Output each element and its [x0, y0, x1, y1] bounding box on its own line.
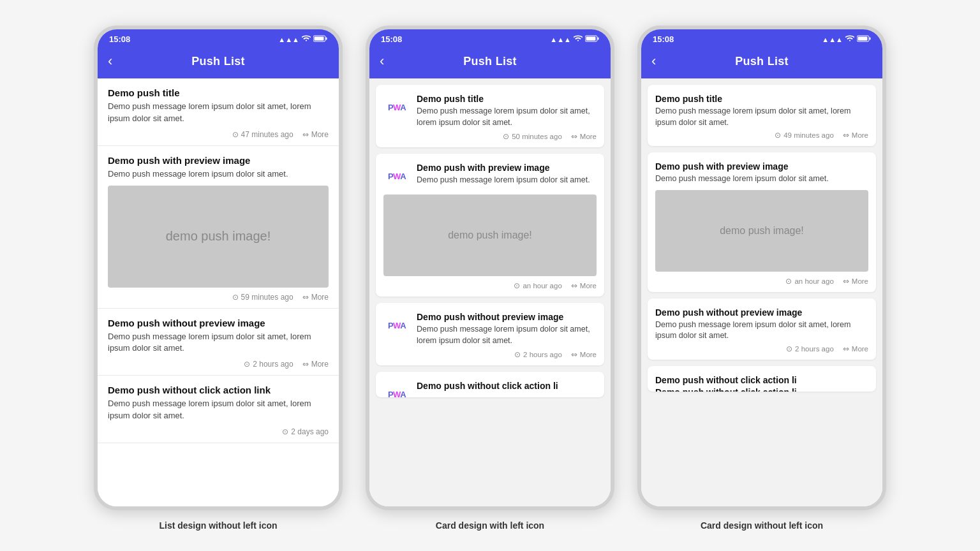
phone-container-list-no-icon: 15:08 ▲▲▲ ‹ Push List Demo push title De… [94, 26, 343, 531]
signal-icon: ▲▲▲ [550, 36, 571, 43]
link-icon [843, 344, 849, 353]
card-item[interactable]: PWA Demo push with preview image Demo pu… [376, 154, 604, 297]
pwa-logo: PWA [388, 172, 406, 180]
svg-rect-4 [586, 37, 596, 41]
more-button[interactable]: More [571, 132, 597, 141]
clock-icon [232, 293, 239, 302]
signal-icon: ▲▲▲ [278, 36, 299, 43]
phone-caption: Card design with left icon [436, 520, 544, 531]
card-item[interactable]: PWA Demo push without click action li De… [376, 372, 604, 397]
card-title: Demo push title [417, 94, 597, 104]
nav-bar: ‹ Push List [369, 47, 611, 78]
card-item[interactable]: Demo push without preview image Demo pus… [648, 298, 876, 360]
link-icon [571, 132, 577, 141]
item-body: Demo push message lorem ipsum dolor sit … [108, 101, 329, 125]
card-title-partial: Demo push without click action li [655, 387, 868, 392]
card-footer: 49 minutes ago More [655, 131, 868, 140]
app-icon: PWA [383, 312, 410, 339]
card-body: Demo push message lorem ipsum dolor sit … [655, 320, 868, 342]
item-footer: 2 hours ago More [108, 360, 329, 369]
card-image: demo push image! [383, 195, 597, 276]
card-body: Demo push message lorem ipsum dolor sit … [655, 106, 868, 128]
status-bar: 15:08 ▲▲▲ [641, 29, 882, 47]
list-item[interactable]: Demo push without preview image Demo pus… [98, 309, 339, 376]
phone-caption: List design without left icon [159, 520, 277, 531]
card-title: Demo push with preview image [655, 161, 868, 172]
item-time: 2 hours ago [514, 350, 562, 359]
svg-rect-7 [858, 37, 868, 41]
link-icon [843, 277, 849, 286]
back-button[interactable]: ‹ [651, 53, 671, 70]
card-title: Demo push without preview image [417, 312, 597, 322]
item-footer: 47 minutes ago More [108, 130, 329, 139]
item-time: 49 minutes ago [775, 131, 834, 140]
content-area: PWA Demo push title Demo push message lo… [369, 78, 611, 506]
list-item[interactable]: Demo push without click action link Demo… [98, 376, 339, 443]
card-footer: an hour ago More [655, 277, 868, 286]
card-image: demo push image! [655, 190, 868, 272]
card-content: Demo push without preview image Demo pus… [417, 312, 597, 346]
more-button[interactable]: More [843, 277, 868, 286]
card-item[interactable]: PWA Demo push without preview image Demo… [376, 303, 604, 365]
list-item[interactable]: Demo push with preview image Demo push m… [98, 146, 339, 309]
item-time: 59 minutes ago [232, 293, 293, 302]
content-area: Demo push title Demo push message lorem … [641, 78, 882, 506]
card-item[interactable]: Demo push title Demo push message lorem … [648, 85, 876, 146]
status-icons: ▲▲▲ [278, 35, 327, 43]
card-title: Demo push without preview image [655, 307, 868, 318]
app-icon: PWA [383, 163, 410, 189]
link-icon [302, 130, 309, 139]
phone-card-no-icon: 15:08 ▲▲▲ ‹ Push List Demo push title [637, 26, 886, 510]
card-content: Demo push without preview image Demo pus… [655, 307, 868, 342]
status-time: 15:08 [109, 34, 130, 44]
link-icon [571, 281, 577, 290]
phone-list-no-icon: 15:08 ▲▲▲ ‹ Push List Demo push title De… [94, 26, 343, 510]
item-time: 47 minutes ago [232, 130, 293, 139]
more-button[interactable]: More [571, 350, 597, 359]
more-button[interactable]: More [302, 130, 329, 139]
card-body: Demo push message lorem ipsum dolor sit … [655, 173, 868, 185]
card-title: Demo push with preview image [417, 163, 597, 173]
more-button[interactable]: More [843, 344, 868, 353]
card-footer: 2 hours ago More [655, 344, 868, 353]
card-title: Demo push without click action li [417, 381, 597, 391]
nav-bar: ‹ Push List [641, 47, 882, 78]
status-bar: 15:08 ▲▲▲ [369, 29, 611, 47]
more-button[interactable]: More [571, 281, 597, 290]
image-placeholder-text: demo push image! [166, 229, 271, 244]
clock-icon [785, 277, 792, 286]
card-item[interactable]: PWA Demo push title Demo push message lo… [376, 85, 604, 147]
link-icon [571, 350, 577, 359]
card-top: PWA Demo push without click action li [383, 381, 597, 397]
clock-icon [282, 427, 288, 436]
card-item[interactable]: Demo push without click action li Demo p… [648, 366, 876, 392]
card-content: Demo push without click action li [417, 381, 597, 397]
item-title: Demo push title [108, 87, 329, 98]
item-time: 2 days ago [282, 427, 329, 436]
phone-container-card-no-icon: 15:08 ▲▲▲ ‹ Push List Demo push title [637, 26, 886, 531]
more-button[interactable]: More [843, 131, 868, 140]
more-button[interactable]: More [302, 360, 329, 369]
item-title: Demo push without preview image [108, 318, 329, 328]
pwa-logo: PWA [388, 321, 406, 330]
content-area: Demo push title Demo push message lorem … [98, 78, 339, 506]
list-item[interactable]: Demo push title Demo push message lorem … [98, 78, 339, 146]
svg-rect-5 [598, 38, 599, 40]
link-icon [302, 360, 309, 369]
battery-icon [585, 35, 599, 43]
status-time: 15:08 [381, 34, 402, 44]
back-button[interactable]: ‹ [108, 53, 127, 70]
card-item[interactable]: Demo push with preview image Demo push m… [648, 152, 876, 292]
link-icon [843, 131, 849, 140]
item-title: Demo push without click action link [108, 385, 329, 395]
back-button[interactable]: ‹ [380, 53, 399, 70]
phone-card-with-icon: 15:08 ▲▲▲ ‹ Push List PWA [366, 26, 614, 510]
card-body: Demo push message lorem ipsum dolor sit … [417, 324, 597, 346]
item-title: Demo push with preview image [108, 155, 329, 166]
image-placeholder-text: demo push image! [448, 230, 532, 241]
status-icons: ▲▲▲ [822, 35, 871, 43]
app-icon: PWA [383, 381, 410, 397]
more-button[interactable]: More [302, 293, 329, 302]
card-content: Demo push title Demo push message lorem … [655, 94, 868, 128]
clock-icon [503, 132, 509, 141]
